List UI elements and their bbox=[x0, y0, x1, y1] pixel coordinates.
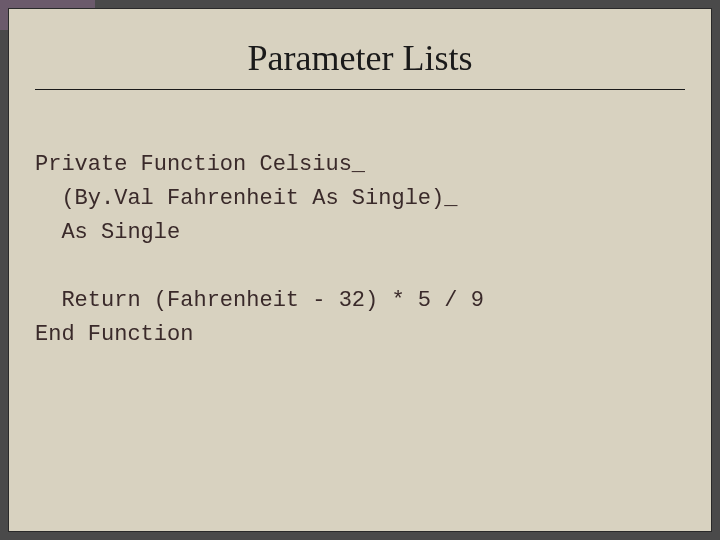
code-line: End Function bbox=[35, 322, 193, 347]
blank-line bbox=[35, 250, 685, 284]
code-block: Private Function Celsius_ (By.Val Fahren… bbox=[35, 114, 685, 387]
slide-content: Parameter Lists Private Function Celsius… bbox=[9, 9, 711, 387]
code-line: (By.Val Fahrenheit As Single)_ bbox=[35, 186, 457, 211]
code-line: As Single bbox=[35, 220, 180, 245]
slide-container: Parameter Lists Private Function Celsius… bbox=[0, 0, 720, 540]
slide: Parameter Lists Private Function Celsius… bbox=[8, 8, 712, 532]
code-line: Return (Fahrenheit - 32) * 5 / 9 bbox=[35, 288, 484, 313]
slide-title: Parameter Lists bbox=[35, 37, 685, 79]
title-divider bbox=[35, 89, 685, 90]
code-line: Private Function Celsius_ bbox=[35, 152, 365, 177]
